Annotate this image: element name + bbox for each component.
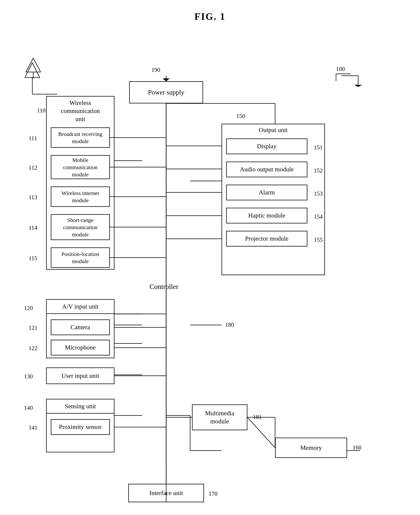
label-181: 181 [253,414,262,420]
camera-box: Camera [51,319,110,335]
wireless-comm-label: Wireless communication unit [50,99,111,123]
wireless-internet-box: Wireless internet module [51,187,110,207]
label-111: 111 [29,135,37,142]
label-141: 141 [29,424,38,431]
label-160: 160 [352,444,361,451]
alarm-box: Alarm [226,185,308,200]
label-151: 151 [314,144,323,151]
broadcast-box: Broadcast receiving module [51,127,110,148]
proximity-box: Proximity sensor [51,419,110,435]
svg-marker-51 [163,78,170,81]
display-box: Display [226,138,308,154]
label-130: 130 [24,373,33,380]
label-190: 190 [151,67,160,73]
label-121: 121 [29,325,38,331]
label-152: 152 [314,167,323,174]
haptic-box: Haptic module [226,208,308,223]
label-113: 113 [29,194,37,201]
label-114: 114 [29,224,37,231]
controller-label: Controller [150,282,178,291]
projector-box: Projector module [226,231,308,247]
av-input-box: A/V input unit [46,299,114,314]
interface-box: Interface unit [128,484,204,502]
power-supply-box: Power supply [129,81,203,103]
label-140: 140 [24,404,33,411]
output-unit-label: Output unit [222,127,325,134]
sensing-box: Sensing unit [46,399,114,414]
label-122: 122 [29,345,38,352]
audio-output-box: Audio output module [226,162,308,177]
user-input-box: User input unit [46,367,114,384]
microphone-box: Microphone [51,340,110,356]
memory-box: Memory [275,438,347,458]
label-155: 155 [314,236,323,243]
label-170: 170 [209,490,218,497]
label-112: 112 [29,164,37,171]
antenna-icon [22,57,44,79]
position-box: Position-location module [51,247,110,268]
label-120: 120 [24,305,33,311]
label-110: 110 [37,107,45,114]
multimedia-box: Multimedia module [192,404,248,430]
label-180: 180 [225,321,234,328]
page-title: FIG. 1 [0,0,420,22]
svg-line-42 [248,417,275,448]
label-150: 150 [236,113,245,120]
svg-marker-23 [26,58,41,72]
short-range-box: Short-range communication module [51,214,110,240]
svg-marker-49 [354,85,362,87]
label-115: 115 [29,255,37,262]
mobile-comm-box: Mobile communication module [51,155,110,179]
label-153: 153 [314,190,323,197]
label-100: 100 [336,66,345,72]
label-154: 154 [314,213,323,220]
